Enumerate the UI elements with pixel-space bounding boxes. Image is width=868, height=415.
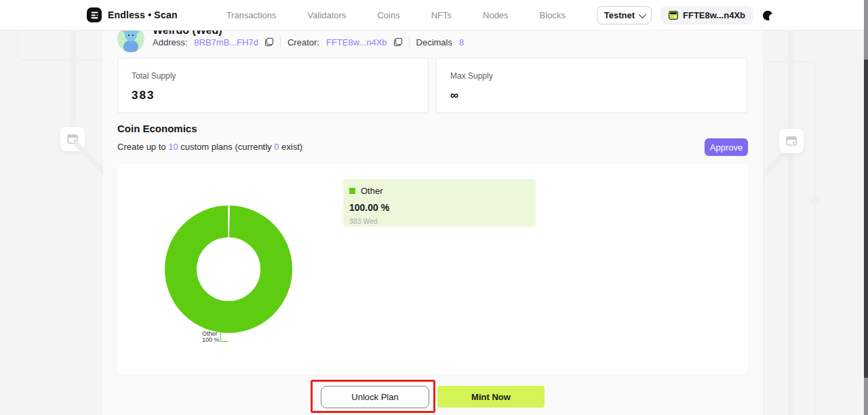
background-decoration-square-right [812, 197, 818, 204]
chevron-down-icon [639, 10, 646, 18]
decimals-label: Decimals [416, 37, 452, 47]
copy-creator-icon[interactable] [394, 38, 402, 46]
subtitle-prefix: Create up to [117, 142, 168, 152]
max-supply-card: Max Supply ∞ [436, 58, 747, 113]
background-decoration-rect-right [763, 61, 816, 415]
chart-legend-header: Other [349, 186, 536, 196]
navbar-right-group: Testnet FFTE8w...n4Xb [597, 0, 773, 31]
legend-series-name: Other [361, 186, 383, 196]
wallet-icon [669, 11, 678, 20]
background-decoration-line-left [71, 31, 76, 132]
nav-item-transactions[interactable]: Transactions [226, 10, 277, 20]
brand-title[interactable]: Endless • Scan [108, 9, 178, 20]
max-supply-label: Max Supply [450, 71, 733, 81]
copy-address-icon[interactable] [265, 38, 273, 46]
wallet-icon [786, 136, 797, 146]
donut-callout-label: Other 100 % [202, 331, 220, 343]
mint-now-button[interactable]: Mint Now [437, 386, 545, 408]
creator-value[interactable]: FFTE8w...n4Xb [326, 37, 387, 47]
endless-logo-icon[interactable] [87, 7, 102, 22]
nav-item-coins[interactable]: Coins [377, 10, 399, 20]
creator-label: Creator: [288, 37, 319, 47]
wallet-address-button[interactable]: FFTE8w...n4Xb [660, 6, 753, 24]
nav-menu: Transactions Validators Coins NFTs Nodes… [226, 10, 566, 20]
wallet-address: FFTE8w...n4Xb [683, 10, 745, 20]
background-decoration-card-right [779, 129, 804, 153]
chart-legend[interactable]: Other 100.00 % 383 Wed [343, 179, 536, 226]
donut-callout-line [220, 332, 229, 342]
coin-economics-chart-card: Other 100.00 % 383 Wed Other 100 % [117, 164, 748, 374]
approve-button[interactable]: Approve [705, 138, 748, 156]
coin-economics-subtitle: Create up to 10 custom plans (currently … [117, 142, 302, 152]
dark-mode-toggle-moon-icon[interactable] [762, 10, 773, 21]
total-supply-value: 383 [132, 89, 414, 102]
nav-item-blocks[interactable]: Blocks [540, 10, 566, 20]
network-label: Testnet [604, 10, 635, 20]
legend-swatch-icon [349, 188, 355, 194]
max-supply-value: ∞ [450, 89, 733, 102]
nav-item-validators[interactable]: Validators [308, 10, 347, 20]
coin-economics-title: Coin Economics [117, 123, 197, 134]
endless-logo-glyph [90, 11, 99, 20]
decimals-value: 8 [459, 37, 464, 47]
address-value[interactable]: 8RB7mB...FH7d [194, 37, 258, 47]
scrollbar-thumb[interactable] [864, 60, 868, 378]
callout-line2: 100 % [202, 337, 220, 343]
donut-chart-svg [161, 201, 296, 337]
legend-percent: 100.00 % [349, 202, 536, 213]
total-supply-label: Total Supply [132, 71, 414, 81]
donut-chart[interactable] [161, 201, 296, 337]
divider [409, 37, 410, 47]
top-navbar: Endless • Scan Transactions Validators C… [0, 0, 868, 31]
nav-item-nfts[interactable]: NFTs [431, 10, 452, 20]
nav-item-nodes[interactable]: Nodes [483, 10, 509, 20]
network-selector[interactable]: Testnet [597, 6, 652, 24]
total-supply-card: Total Supply 383 [117, 58, 429, 113]
max-plans-value: 10 [168, 142, 178, 152]
address-label: Address: [153, 37, 187, 47]
subtitle-mid: custom plans (currently [178, 142, 275, 152]
legend-detail: 383 Wed [349, 217, 536, 225]
subtitle-suffix: exist) [279, 142, 302, 152]
divider [280, 37, 281, 47]
coin-meta-row: Address: 8RB7mB...FH7d Creator: FFTE8w..… [153, 37, 464, 47]
unlock-plan-button[interactable]: Unlock Plan [321, 386, 429, 408]
